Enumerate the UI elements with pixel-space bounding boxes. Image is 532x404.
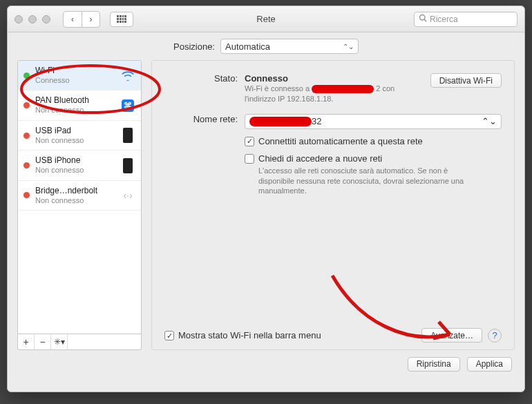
sidebar-item-sub: Non connesso — [35, 166, 115, 175]
help-button[interactable]: ? — [488, 329, 502, 343]
sidebar-item-label: USB iPhone — [35, 156, 115, 166]
detail-panel: Stato: Connesso Wi-Fi è connesso a 2 con… — [151, 60, 515, 350]
wifi-icon — [120, 68, 135, 83]
status-dot — [23, 133, 30, 139]
device-icon — [120, 128, 135, 143]
chevron-updown-icon: ⌃⌄ — [343, 43, 354, 50]
sidebar-item-label: PAN Bluetooth — [35, 96, 115, 106]
grid-icon — [117, 15, 126, 23]
interfaces-sidebar: Wi-Fi Connesso PAN Bluetooth Non conness… — [17, 60, 142, 350]
status-dot — [23, 192, 30, 198]
network-name-suffix: 32 — [312, 116, 321, 126]
remove-interface-button[interactable]: − — [35, 334, 51, 349]
actions-menu-button[interactable]: ✳▾ — [51, 334, 68, 349]
sidebar-item-wifi[interactable]: Wi-Fi Connesso — [18, 61, 141, 90]
sidebar-item-sub: Non connesso — [35, 106, 115, 115]
svg-point-0 — [420, 15, 426, 21]
device-icon — [120, 158, 135, 173]
status-dot — [23, 102, 30, 108]
checkmark-icon — [245, 137, 254, 146]
network-name-select[interactable]: 32 ⌃⌄ — [245, 114, 502, 129]
location-select[interactable]: Automatica ⌃⌄ — [220, 39, 359, 54]
show-wifi-status-label: Mostra stato Wi-Fi nella barra menu — [178, 330, 321, 340]
location-label: Posizione: — [173, 41, 215, 52]
show-all-button[interactable] — [110, 12, 133, 27]
status-description: Wi-Fi è connesso a 2 con l'indirizzo IP … — [245, 84, 425, 104]
bottom-bar: Ripristina Applica — [8, 350, 524, 378]
bluetooth-icon: ⌘ — [120, 98, 135, 113]
status-value: Connesso — [245, 73, 425, 84]
revert-button[interactable]: Ripristina — [408, 357, 460, 372]
advanced-button[interactable]: Avanzate… — [421, 328, 482, 343]
preferences-window: ‹ › Rete Ricerca Posizione: Automatica ⌃… — [7, 6, 525, 392]
minimize-window[interactable] — [28, 15, 37, 23]
sidebar-footer: + − ✳▾ — [18, 334, 141, 349]
sidebar-item-usb-ipad[interactable]: USB iPad Non connesso — [18, 121, 141, 151]
redacted-network-name — [249, 117, 312, 126]
nav-back-forward: ‹ › — [63, 11, 100, 28]
ask-to-join-checkbox[interactable]: Chiedi di accedere a nuove reti — [245, 153, 502, 164]
bridge-icon: ‹·› — [120, 188, 135, 203]
auto-join-checkbox[interactable]: Connettiti automaticamente a questa rete — [245, 136, 423, 146]
titlebar: ‹ › Rete Ricerca — [8, 6, 524, 32]
nav-forward[interactable]: › — [82, 12, 99, 27]
location-row: Posizione: Automatica ⌃⌄ — [8, 32, 524, 60]
search-field[interactable]: Ricerca — [414, 12, 517, 27]
sidebar-item-usb-iphone[interactable]: USB iPhone Non connesso — [18, 151, 141, 180]
svg-line-1 — [424, 19, 426, 21]
status-dot — [23, 73, 30, 79]
window-controls — [15, 15, 50, 23]
sidebar-item-label: USB iPad — [35, 126, 115, 136]
sidebar-item-label: Wi-Fi — [35, 66, 115, 76]
turn-off-wifi-button[interactable]: Disattiva Wi-Fi — [430, 73, 502, 88]
location-value: Automatica — [225, 41, 270, 52]
status-dot — [23, 162, 30, 169]
search-icon — [419, 14, 427, 24]
sidebar-item-sub: Non connesso — [35, 196, 115, 205]
show-wifi-status-checkbox[interactable]: Mostra stato Wi-Fi nella barra menu — [164, 330, 321, 340]
sidebar-item-sub: Connesso — [35, 76, 115, 85]
chevron-updown-icon: ⌃⌄ — [482, 116, 497, 126]
sidebar-item-label: Bridge…nderbolt — [35, 186, 115, 196]
checkbox-icon — [245, 154, 254, 164]
checkmark-icon — [164, 331, 174, 340]
zoom-window[interactable] — [42, 15, 50, 23]
ask-to-join-label: Chiedi di accedere a nuove reti — [258, 153, 382, 164]
apply-button[interactable]: Applica — [467, 357, 512, 372]
close-window[interactable] — [15, 15, 23, 23]
main-area: Wi-Fi Connesso PAN Bluetooth Non conness… — [8, 60, 524, 350]
sidebar-item-sub: Non connesso — [35, 136, 115, 145]
auto-join-label: Connettiti automaticamente a questa rete — [258, 136, 423, 146]
status-label: Stato: — [164, 73, 245, 104]
redacted-ssid — [312, 85, 374, 93]
nav-back[interactable]: ‹ — [64, 12, 82, 27]
add-interface-button[interactable]: + — [18, 334, 35, 349]
ask-to-join-description: L'accesso alle reti conosciute sarà auto… — [258, 166, 479, 197]
network-name-label: Nome rete: — [164, 114, 245, 129]
search-placeholder: Ricerca — [430, 15, 458, 24]
sidebar-item-thunderbolt-bridge[interactable]: Bridge…nderbolt Non connesso ‹·› — [18, 181, 141, 211]
sidebar-item-pan-bluetooth[interactable]: PAN Bluetooth Non connesso ⌘ — [18, 90, 141, 120]
